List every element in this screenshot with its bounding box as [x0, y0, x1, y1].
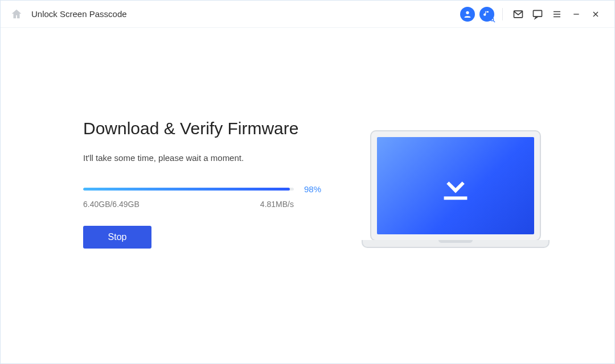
feedback-icon[interactable] [528, 5, 547, 24]
progress-bar [83, 188, 294, 191]
svg-line-2 [493, 20, 495, 22]
account-icon[interactable] [460, 7, 475, 22]
size-label: 6.40GB/6.49GB [83, 200, 140, 209]
svg-point-0 [466, 11, 469, 14]
minimize-button[interactable] [567, 5, 586, 24]
svg-rect-4 [534, 10, 542, 16]
progress-row: 98% [83, 184, 331, 194]
left-panel: Download & Verify Firmware It'll take so… [35, 28, 331, 249]
progress-percent: 98% [304, 184, 321, 194]
svg-point-1 [491, 18, 494, 20]
progress-details: 6.40GB/6.49GB 4.81MB/s [83, 200, 294, 209]
close-button[interactable] [586, 5, 605, 24]
music-search-icon[interactable] [479, 7, 494, 22]
menu-icon[interactable] [547, 5, 567, 24]
subtext: It'll take some time, please wait a mome… [83, 153, 331, 163]
right-panel [331, 28, 580, 248]
home-icon[interactable] [10, 7, 23, 21]
download-icon [436, 165, 475, 207]
speed-label: 4.81MB/s [260, 200, 294, 209]
divider [502, 8, 503, 20]
title-bar: Unlock Screen Passcode [1, 1, 614, 28]
stop-button[interactable]: Stop [83, 226, 151, 249]
main-content: Download & Verify Firmware It'll take so… [1, 28, 614, 363]
progress-fill [83, 188, 290, 191]
laptop-illustration [362, 130, 550, 248]
svg-rect-11 [444, 196, 468, 200]
page-title: Unlock Screen Passcode [31, 9, 127, 19]
mail-icon[interactable] [509, 5, 528, 24]
heading: Download & Verify Firmware [83, 119, 331, 138]
